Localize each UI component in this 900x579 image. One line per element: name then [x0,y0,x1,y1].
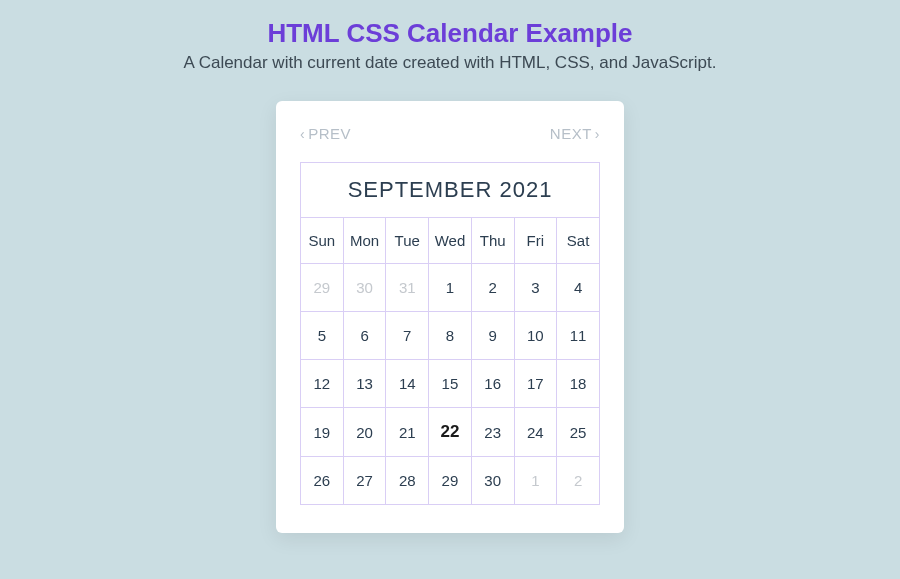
calendar-day-cell[interactable]: 5 [301,312,344,360]
calendar-day-cell[interactable]: 6 [343,312,386,360]
calendar-day-cell[interactable]: 12 [301,360,344,408]
prev-button[interactable]: ‹ PREV [300,125,351,142]
page-subtitle: A Calendar with current date created wit… [0,53,900,73]
calendar-day-cell[interactable]: 29 [301,264,344,312]
calendar-day-cell[interactable]: 28 [386,457,429,505]
calendar-card: ‹ PREV NEXT › SEPTEMBER 2021 SunMonTueWe… [276,101,624,533]
calendar-day-cell[interactable]: 15 [429,360,472,408]
weekday-header: Thu [471,218,514,264]
calendar-day-cell[interactable]: 21 [386,408,429,457]
weekday-header: Fri [514,218,557,264]
calendar-day-cell[interactable]: 24 [514,408,557,457]
page-title: HTML CSS Calendar Example [0,18,900,49]
calendar-day-cell[interactable]: 25 [557,408,600,457]
next-button[interactable]: NEXT › [550,125,600,142]
calendar-table: SEPTEMBER 2021 SunMonTueWedThuFriSat 293… [300,162,600,505]
calendar-week-row: 12131415161718 [301,360,600,408]
calendar-day-cell[interactable]: 26 [301,457,344,505]
calendar-week-row: 567891011 [301,312,600,360]
calendar-day-cell[interactable]: 2 [471,264,514,312]
calendar-day-cell[interactable]: 30 [343,264,386,312]
calendar-day-cell[interactable]: 23 [471,408,514,457]
prev-label: PREV [308,125,351,142]
calendar-day-cell[interactable]: 1 [514,457,557,505]
calendar-day-cell[interactable]: 10 [514,312,557,360]
weekday-row: SunMonTueWedThuFriSat [301,218,600,264]
calendar-day-cell[interactable]: 18 [557,360,600,408]
calendar-week-row: 2930311234 [301,264,600,312]
calendar-day-cell[interactable]: 16 [471,360,514,408]
calendar-day-cell[interactable]: 8 [429,312,472,360]
calendar-day-cell[interactable]: 7 [386,312,429,360]
calendar-day-cell[interactable]: 19 [301,408,344,457]
next-label: NEXT [550,125,592,142]
calendar-day-cell[interactable]: 9 [471,312,514,360]
weekday-header: Mon [343,218,386,264]
calendar-day-cell[interactable]: 30 [471,457,514,505]
calendar-week-row: 262728293012 [301,457,600,505]
calendar-day-cell[interactable]: 4 [557,264,600,312]
calendar-day-cell[interactable]: 3 [514,264,557,312]
calendar-day-cell[interactable]: 20 [343,408,386,457]
weekday-header: Wed [429,218,472,264]
calendar-day-cell[interactable]: 1 [429,264,472,312]
calendar-day-cell[interactable]: 2 [557,457,600,505]
calendar-day-cell[interactable]: 11 [557,312,600,360]
calendar-day-cell[interactable]: 29 [429,457,472,505]
calendar-day-cell[interactable]: 31 [386,264,429,312]
weekday-header: Sun [301,218,344,264]
calendar-week-row: 19202122232425 [301,408,600,457]
weekday-header: Tue [386,218,429,264]
month-year-header: SEPTEMBER 2021 [301,163,600,218]
calendar-day-cell[interactable]: 22 [429,408,472,457]
chevron-left-icon: ‹ [300,126,305,142]
calendar-day-cell[interactable]: 13 [343,360,386,408]
calendar-day-cell[interactable]: 17 [514,360,557,408]
chevron-right-icon: › [595,126,600,142]
calendar-day-cell[interactable]: 27 [343,457,386,505]
weekday-header: Sat [557,218,600,264]
calendar-day-cell[interactable]: 14 [386,360,429,408]
